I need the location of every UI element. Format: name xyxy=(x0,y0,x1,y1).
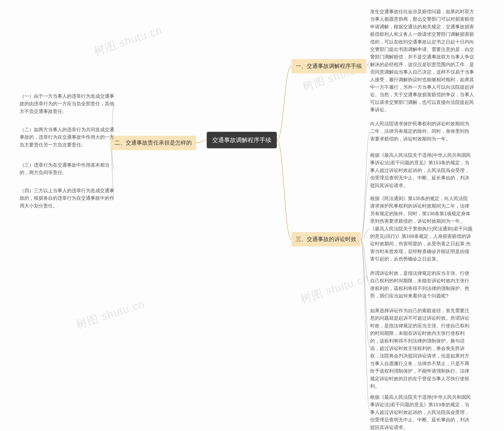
mindmap-root: 交通事故调解程序手续 xyxy=(207,132,277,148)
leaf-limitations-1: 向人民法院请求保护民事权利的诉讼时效期间为二年，法律另有规定的除外。同时，身体受… xyxy=(370,120,472,143)
leaf-liability-4: （四）三方以上当事人的违章行为造成交通事故的，根据各自的违章行为在交通事故中的作… xyxy=(20,187,114,210)
leaf-limitations-3: 根据《民法通则》第135条的规定，向人民法院请求保护民事权利的诉讼时效期间为二年… xyxy=(370,195,472,263)
watermark: 树图 shutu.cn xyxy=(92,23,164,59)
branch-statute-of-limitations: 三、交通事故的诉讼时效 xyxy=(291,232,361,246)
leaf-limitations-4: 所谓诉讼时效，是指法律规定的应当主张、行使自己权利的时间期限，未能在诉讼时效内主… xyxy=(370,270,472,300)
leaf-liability-1: （一）由于一方当事人的违章行为造成交通事故的由违章行为的一方应当负全部责任，其他… xyxy=(20,92,114,115)
branch-liability: 二、交通事故责任承担是怎样的 xyxy=(110,136,196,150)
leaf-limitations-2: 根据《最高人民法院关于适用(中华人民共和国民事诉讼法)若干问题的意见》第153条… xyxy=(370,151,472,189)
branch-mediation-procedure: 一、交通事故调解程序手续 xyxy=(291,59,366,73)
watermark: 树图 shutu.cn xyxy=(74,296,146,333)
leaf-liability-2: （二）如两方当事人的违章行为共同造成交通事故的，违章行为在交通事故中作用大的一方… xyxy=(20,126,114,149)
leaf-mediation-description: 发生交通事故往往会涉及赔偿问题，如果此时双方当事人都愿意协商，那么交警部门可以对… xyxy=(370,8,477,114)
leaf-liability-3: （三）违章行为在交通事故中作用基本相当的，两方负同等责任; xyxy=(20,161,114,176)
leaf-limitations-6: 根据《最高人民法院关于适用(中华人民共和国民事诉讼法)若干问题的意见》第153条… xyxy=(370,393,472,431)
watermark: 树图 shutu.cn xyxy=(299,271,371,307)
leaf-limitations-5: 如果选择诉讼作为自己的索赔途径，首先需要注意的问题就是起诉不可超过诉讼时效。所谓… xyxy=(370,307,472,390)
